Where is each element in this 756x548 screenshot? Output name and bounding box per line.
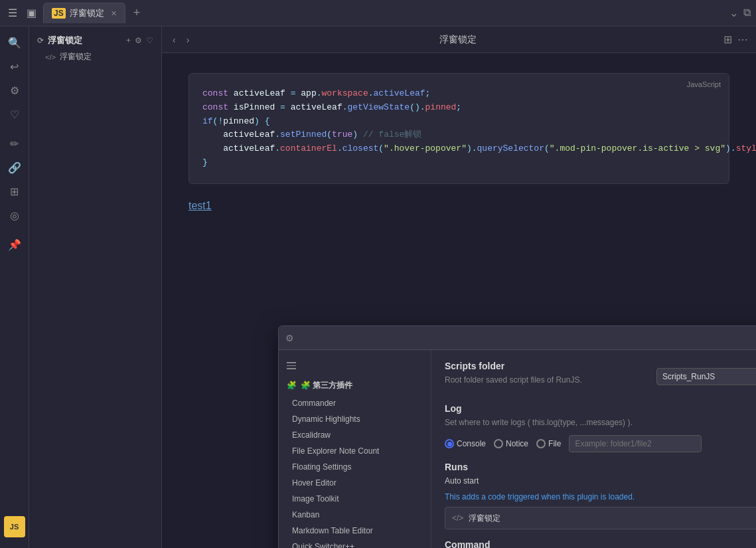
menu-icon[interactable] xyxy=(284,359,299,372)
file-label: File xyxy=(548,439,561,448)
more-icon[interactable]: ⋯ xyxy=(737,33,748,46)
runs-info: Runs Auto start xyxy=(445,462,479,490)
app-icon: ▣ xyxy=(24,4,39,22)
log-options-row: Console Notice File xyxy=(445,435,756,452)
sidebar-icons: 🔍 ↩ ⚙ ♡ ✏ 🔗 ⊞ ◎ 📌 JS xyxy=(0,27,29,548)
code-line-2: const isPinned = activeLeaf.getViewState… xyxy=(202,101,716,115)
chevron-down-icon[interactable]: ⌄ xyxy=(729,7,738,19)
link-container: test1 xyxy=(189,200,729,212)
link-icon[interactable]: 🔗 xyxy=(4,157,25,178)
split-view-icon[interactable]: ⧉ xyxy=(743,7,751,19)
back-button[interactable]: ‹ xyxy=(170,33,179,46)
command-section: Command + This adds a command that can b… xyxy=(445,537,756,548)
tab-js-icon: JS xyxy=(52,8,66,19)
test-link[interactable]: test1 xyxy=(189,200,212,211)
main-layout: 🔍 ↩ ⚙ ♡ ✏ 🔗 ⊞ ◎ 📌 JS ⟳ 浮窗锁定 + ⚙ ♡ </> 浮窗… xyxy=(0,27,756,548)
plugin-section-header: 🧩 🧩 第三方插件 xyxy=(279,376,431,395)
log-title: Log xyxy=(445,403,756,414)
plugin-list-header xyxy=(279,355,431,376)
plugin-item-image-toolkit[interactable]: Image Toolkit xyxy=(279,491,431,507)
command-title: Command xyxy=(445,539,490,548)
code-line-1: const activeLeaf = app.workspace.activeL… xyxy=(202,87,716,101)
target-icon[interactable]: ◎ xyxy=(4,205,25,226)
radio-file-circle xyxy=(536,439,546,448)
log-path-input[interactable] xyxy=(569,435,702,452)
grid-icon[interactable]: ⊞ xyxy=(4,181,25,202)
run-item-name: 浮窗锁定 xyxy=(469,513,756,524)
layout-icon[interactable]: ⊞ xyxy=(723,33,732,46)
file-tree-header: ⟳ 浮窗锁定 + ⚙ ♡ xyxy=(29,32,161,49)
undo-icon[interactable]: ↩ xyxy=(4,56,25,77)
code-line-6: } xyxy=(202,156,716,170)
refresh-icon[interactable]: ⟳ xyxy=(37,36,44,45)
plugin-item-hover-editor[interactable]: Hover Editor xyxy=(279,475,431,491)
settings-dialog: ⚙ − ⤢ ✕ 🧩 🧩 第三方插件 xyxy=(278,325,756,548)
radio-console[interactable]: Console xyxy=(445,439,486,448)
bookmark-icon[interactable]: ♡ xyxy=(4,104,25,125)
js-icon[interactable]: JS xyxy=(4,516,25,537)
plugin-item-commander[interactable]: Commander xyxy=(279,395,431,411)
content-title: 浮窗锁定 xyxy=(197,34,718,46)
code-language-label: JavaScript xyxy=(687,79,721,91)
file-tree-title: 浮窗锁定 xyxy=(48,35,82,46)
command-header: Command + xyxy=(445,537,756,548)
radio-notice-circle xyxy=(494,439,503,448)
file-tree-item[interactable]: </> 浮窗锁定 xyxy=(29,49,161,64)
run-item: </> 浮窗锁定 ⊕ ⊖ ⊗ xyxy=(445,507,756,529)
code-icon: </> xyxy=(452,513,463,523)
runs-header: Runs Auto start + xyxy=(445,462,756,490)
tab-close-icon[interactable]: ✕ xyxy=(111,9,117,18)
scripts-folder-row: Scripts folder Root folder saved script … xyxy=(445,361,756,393)
plugin-item-excalidraw[interactable]: Excalidraw xyxy=(279,427,431,443)
file-tree-actions: + ⚙ ♡ xyxy=(126,36,153,45)
scripts-folder-input[interactable] xyxy=(656,368,756,385)
scripts-folder-desc: Root folder saved script files of RunJS. xyxy=(445,375,651,385)
code-line-4: activeLeaf.setPinned(true) // false解锁 xyxy=(202,128,716,142)
pin-icon[interactable]: 📌 xyxy=(4,234,25,255)
file-tree: ⟳ 浮窗锁定 + ⚙ ♡ </> 浮窗锁定 xyxy=(29,27,162,548)
settings-gear-icon: ⚙ xyxy=(285,333,294,343)
plugin-list: 🧩 🧩 第三方插件 Commander Dynamic Highlights E… xyxy=(279,350,431,548)
plugin-item-floating-settings[interactable]: Floating Settings xyxy=(279,459,431,475)
auto-start-desc: This adds a code triggered when this plu… xyxy=(445,492,756,502)
auto-start-label: Auto start xyxy=(445,476,479,486)
dialog-body: 🧩 🧩 第三方插件 Commander Dynamic Highlights E… xyxy=(279,350,756,548)
scripts-folder-info: Scripts folder Root folder saved script … xyxy=(445,361,651,393)
file-code-icon: </> xyxy=(45,53,56,61)
plugin-item-markdown-table[interactable]: Markdown Table Editor xyxy=(279,523,431,539)
top-bar: ☰ ▣ JS 浮窗锁定 ✕ + ⌄ ⧉ xyxy=(0,0,756,27)
content-area: ‹ › 浮窗锁定 ⊞ ⋯ JavaScript const activeLeaf… xyxy=(162,27,756,548)
code-line-3: if(!pinned) { xyxy=(202,115,716,129)
log-desc: Set where to write logs ( this.log(type,… xyxy=(445,418,756,427)
code-block: JavaScript const activeLeaf = app.worksp… xyxy=(189,73,729,184)
tab-label: 浮窗锁定 xyxy=(70,7,104,19)
plugin-item-file-explorer[interactable]: File Explorer Note Count xyxy=(279,443,431,459)
log-section: Log Set where to write logs ( this.log(t… xyxy=(445,403,756,452)
filter-icon[interactable]: ⚙ xyxy=(4,80,25,101)
new-file-icon[interactable]: + xyxy=(126,36,131,45)
notice-label: Notice xyxy=(506,439,528,448)
plugin-item-kanban[interactable]: Kanban xyxy=(279,507,431,523)
puzzle-icon: 🧩 xyxy=(287,381,297,390)
forward-button[interactable]: › xyxy=(184,33,192,46)
command-info: Command xyxy=(445,539,490,548)
sort-icon[interactable]: ♡ xyxy=(146,36,153,45)
content-topbar: ‹ › 浮窗锁定 ⊞ ⋯ xyxy=(162,27,756,53)
scripts-folder-section: Scripts folder Root folder saved script … xyxy=(445,361,756,393)
hamburger-icon[interactable]: ☰ xyxy=(5,4,20,22)
plugin-item-dynamic-highlights[interactable]: Dynamic Highlights xyxy=(279,411,431,427)
add-tab-button[interactable]: + xyxy=(129,6,145,20)
dialog-titlebar: ⚙ − ⤢ ✕ xyxy=(279,326,756,350)
active-tab[interactable]: JS 浮窗锁定 ✕ xyxy=(43,3,125,23)
runs-section: Runs Auto start + This adds a code trigg… xyxy=(445,462,756,529)
radio-notice[interactable]: Notice xyxy=(494,439,528,448)
radio-file[interactable]: File xyxy=(536,439,561,448)
scripts-folder-title: Scripts folder xyxy=(445,361,651,371)
settings-content: Scripts folder Root folder saved script … xyxy=(431,350,756,548)
search-icon[interactable]: 🔍 xyxy=(4,32,25,53)
plugin-item-quick-switcher[interactable]: Quick Switcher++ xyxy=(279,539,431,549)
content-topbar-right: ⊞ ⋯ xyxy=(723,33,748,46)
radio-console-circle xyxy=(445,439,454,448)
edit-icon[interactable]: ✏ xyxy=(4,133,25,154)
filter-files-icon[interactable]: ⚙ xyxy=(135,36,142,45)
